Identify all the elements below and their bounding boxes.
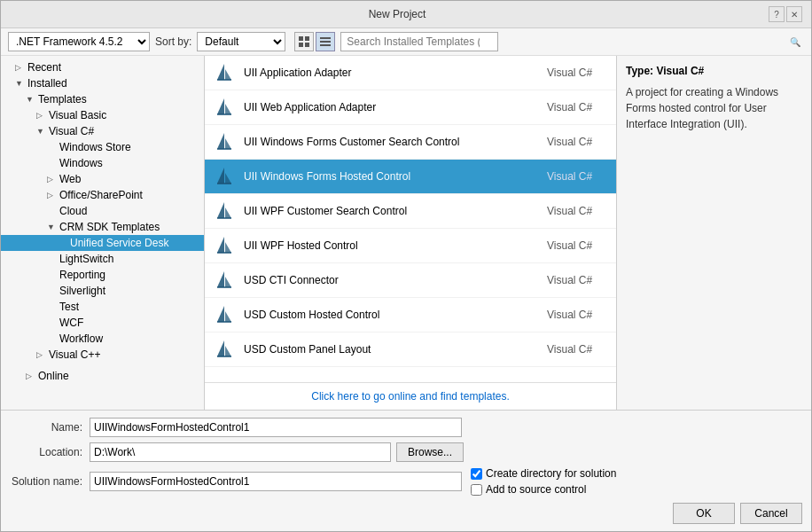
- add-source-checkbox[interactable]: [471, 484, 482, 496]
- svg-marker-20: [225, 207, 231, 218]
- svg-marker-11: [225, 104, 231, 114]
- template-row[interactable]: UII Windows Forms Customer Search Contro…: [205, 125, 616, 160]
- help-button[interactable]: ?: [769, 6, 785, 22]
- svg-marker-13: [217, 133, 224, 149]
- sidebar-item-visual-basic[interactable]: ▷ Visual Basic: [1, 107, 204, 123]
- visual-csharp-label: Visual C#: [49, 125, 94, 137]
- close-button[interactable]: ✕: [786, 6, 802, 22]
- right-panel: Type: Visual C# A project for creating a…: [616, 56, 811, 410]
- svg-marker-28: [217, 306, 224, 322]
- cloud-label: Cloud: [59, 205, 87, 217]
- template-row[interactable]: USD CTI ConnectorVisual C#: [205, 263, 616, 298]
- bottom-panel: Name: Location: Browse... Solution name:…: [1, 410, 811, 531]
- sidebar-item-visual-csharp[interactable]: ▼ Visual C#: [1, 123, 204, 139]
- templates-label: Templates: [38, 93, 87, 106]
- framework-select[interactable]: .NET Framework 4.5.2.NET Framework 4.0.N…: [8, 32, 150, 51]
- svg-rect-3: [305, 43, 309, 47]
- template-icon: [212, 199, 237, 223]
- sidebar-item-test[interactable]: Test: [1, 299, 204, 315]
- template-name: USD Custom Hosted Control: [244, 309, 547, 321]
- solution-name-label: Solution name:: [10, 475, 90, 488]
- reporting-label: Reporting: [59, 269, 105, 281]
- sidebar-item-windows-store[interactable]: Windows Store: [1, 139, 204, 155]
- svg-marker-17: [225, 173, 231, 184]
- template-name: UII Windows Forms Customer Search Contro…: [244, 136, 547, 148]
- online-link-section: Click here to go online and find templat…: [205, 382, 616, 410]
- list-view-button[interactable]: [316, 32, 335, 51]
- template-lang: Visual C#: [547, 343, 609, 356]
- cancel-button[interactable]: Cancel: [740, 503, 802, 524]
- sidebar-item-reporting[interactable]: Reporting: [1, 267, 204, 283]
- sidebar-item-crm-sdk[interactable]: ▼ CRM SDK Templates: [1, 219, 204, 235]
- template-lang: Visual C#: [547, 136, 609, 148]
- template-row[interactable]: UII Application AdapterVisual C#: [205, 56, 616, 90]
- template-list: UII Application AdapterVisual C# UII Web…: [205, 56, 616, 382]
- svg-marker-14: [225, 138, 231, 149]
- sort-select[interactable]: DefaultNameType: [197, 32, 285, 51]
- template-name: UII Windows Forms Hosted Control: [244, 170, 547, 183]
- template-row[interactable]: UII Windows Forms Hosted ControlVisual C…: [205, 160, 616, 194]
- browse-button[interactable]: Browse...: [396, 442, 464, 462]
- online-link[interactable]: Click here to go online and find templat…: [311, 390, 509, 403]
- left-panel-scroll: ▷ Recent ▼ Installed ▼ Templates: [1, 56, 204, 410]
- sidebar-item-lightswitch[interactable]: LightSwitch: [1, 251, 204, 267]
- template-row[interactable]: UII WPF Hosted ControlVisual C#: [205, 229, 616, 263]
- svg-marker-25: [217, 271, 224, 287]
- sidebar-item-wcf[interactable]: WCF: [1, 315, 204, 331]
- grid-icon: [299, 36, 309, 47]
- ok-cancel-row: OK Cancel: [10, 503, 802, 524]
- visual-basic-label: Visual Basic: [49, 109, 106, 121]
- ok-button[interactable]: OK: [673, 503, 735, 524]
- svg-marker-29: [225, 311, 231, 322]
- template-name: USD CTI Connector: [244, 274, 547, 286]
- template-row[interactable]: USD Custom Panel LayoutVisual C#: [205, 332, 616, 367]
- svg-marker-31: [217, 340, 224, 356]
- template-name: UII Application Adapter: [244, 66, 547, 79]
- sidebar-item-silverlight[interactable]: Silverlight: [1, 283, 204, 299]
- silverlight-label: Silverlight: [59, 285, 105, 297]
- template-lang: Visual C#: [547, 274, 609, 286]
- template-lang: Visual C#: [547, 205, 609, 217]
- grid-view-button[interactable]: [294, 32, 314, 51]
- sidebar-item-workflow[interactable]: Workflow: [1, 331, 204, 347]
- sidebar-item-web[interactable]: ▷ Web: [1, 171, 204, 187]
- sidebar-item-windows[interactable]: Windows: [1, 155, 204, 171]
- sidebar-item-visual-cpp[interactable]: ▷ Visual C++: [1, 347, 204, 363]
- template-icon: [212, 60, 237, 85]
- arrow-reporting: [47, 270, 59, 279]
- type-key: Type:: [626, 65, 653, 77]
- sidebar-item-installed[interactable]: ▼ Installed: [1, 75, 204, 91]
- installed-label: Installed: [27, 77, 67, 90]
- center-panel: UII Application AdapterVisual C# UII Web…: [205, 56, 616, 410]
- template-row[interactable]: USD Custom Hosted ControlVisual C#: [205, 298, 616, 332]
- template-name: UII Web Application Adapter: [244, 101, 547, 113]
- name-input[interactable]: [90, 418, 462, 437]
- arrow-templates: ▼: [26, 95, 38, 104]
- create-dir-checkbox[interactable]: [471, 468, 482, 480]
- template-name: USD Custom Panel Layout: [244, 343, 547, 356]
- location-input[interactable]: [90, 442, 391, 462]
- template-name: UII WPF Customer Search Control: [244, 205, 547, 217]
- arrow-crm: ▼: [47, 223, 59, 231]
- dialog-title: New Project: [26, 8, 769, 20]
- sidebar-item-cloud[interactable]: Cloud: [1, 203, 204, 219]
- template-row[interactable]: UII WPF Customer Search ControlVisual C#: [205, 194, 616, 229]
- arrow-silverlight: [47, 286, 59, 295]
- create-dir-label: Create directory for solution: [486, 467, 616, 480]
- template-row[interactable]: UII Web Application AdapterVisual C#: [205, 90, 616, 125]
- arrow-csharp: ▼: [36, 127, 49, 136]
- template-icon: [212, 129, 237, 154]
- arrow-vb: ▷: [36, 111, 49, 120]
- crm-sdk-label: CRM SDK Templates: [59, 221, 160, 233]
- sidebar-item-recent[interactable]: ▷ Recent: [1, 59, 204, 75]
- sidebar-item-online[interactable]: ▷ Online: [1, 368, 204, 384]
- sidebar-item-unified-service-desk[interactable]: Unified Service Desk: [1, 235, 204, 251]
- workflow-label: Workflow: [59, 332, 103, 345]
- svg-marker-26: [225, 277, 231, 287]
- solution-name-input[interactable]: [90, 472, 462, 491]
- sidebar-item-templates[interactable]: ▼ Templates: [1, 91, 204, 107]
- sidebar-item-office-sharepoint[interactable]: ▷ Office/SharePoint: [1, 187, 204, 203]
- recent-label: Recent: [27, 61, 61, 74]
- svg-marker-23: [225, 242, 231, 253]
- search-input[interactable]: [340, 32, 498, 51]
